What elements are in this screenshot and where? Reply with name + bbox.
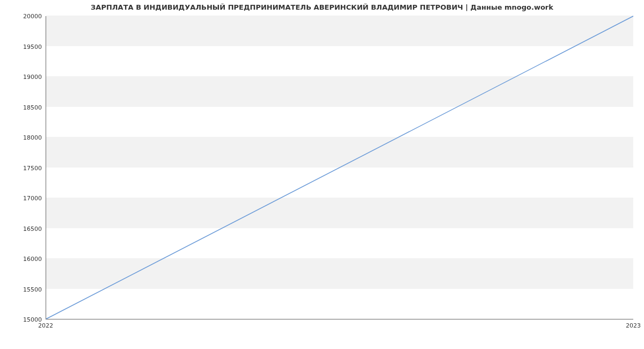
y-tick-label: 18500 <box>4 104 42 111</box>
y-tick-label: 16500 <box>4 225 42 232</box>
chart-container: ЗАРПЛАТА В ИНДИВИДУАЛЬНЫЙ ПРЕДПРИНИМАТЕЛ… <box>0 0 644 349</box>
x-tick-label: 2022 <box>38 322 53 329</box>
series-line <box>46 16 633 319</box>
y-tick-label: 17000 <box>4 195 42 202</box>
y-tick-label: 18000 <box>4 134 42 141</box>
y-tick-label: 15500 <box>4 286 42 293</box>
y-tick-label: 19000 <box>4 74 42 81</box>
plot-area <box>46 16 633 319</box>
y-tick-label: 16000 <box>4 256 42 263</box>
x-tick-label: 2023 <box>626 322 641 329</box>
y-tick-label: 20000 <box>4 13 42 20</box>
line-layer <box>46 16 633 319</box>
chart-title: ЗАРПЛАТА В ИНДИВИДУАЛЬНЫЙ ПРЕДПРИНИМАТЕЛ… <box>0 3 644 11</box>
y-tick-label: 17500 <box>4 164 42 171</box>
y-tick-label: 15000 <box>4 316 42 323</box>
y-tick-label: 19500 <box>4 43 42 50</box>
